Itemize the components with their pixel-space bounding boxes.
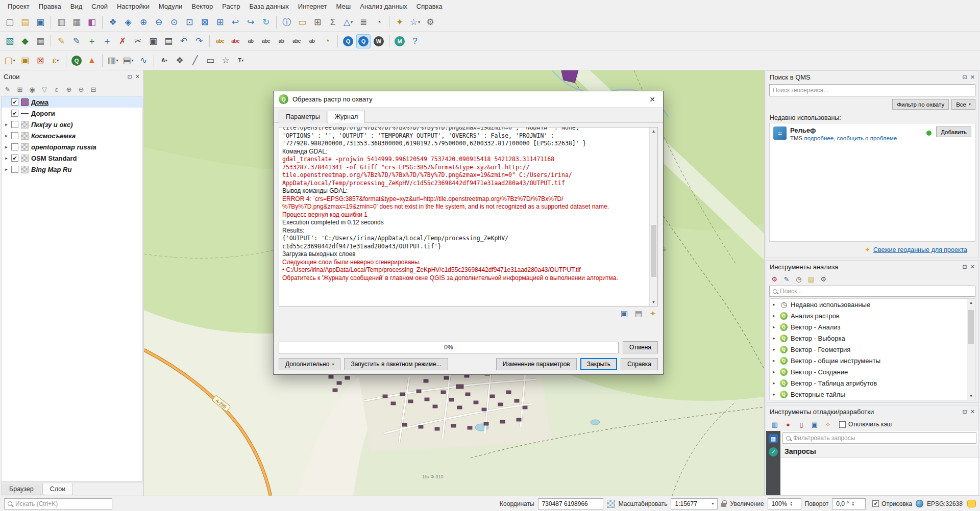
scroll-up-icon[interactable]: ▲ [967,299,975,306]
network-tab-icon[interactable]: ▦ [769,434,778,443]
delete-selected-icon[interactable]: ✗ [115,34,130,48]
render-checkbox[interactable]: ✔ Отрисовка [872,500,912,507]
query-filter-input[interactable] [793,435,973,442]
results-viewer-icon[interactable]: ▤ [806,274,816,284]
spin-arrows-icon[interactable]: ▲▼ [790,501,793,506]
filter-by-extent-button[interactable]: Фильтр по охвату [892,99,949,110]
zoom-next-icon[interactable]: ↪ [243,15,258,30]
toggle-editing-icon[interactable]: ✎ [54,34,68,48]
panel-float-icon[interactable]: ⊡ [128,73,132,80]
scrollbar-thumb[interactable] [651,225,656,277]
expand-caret-icon[interactable]: ▸ [773,336,777,341]
layer-row[interactable]: ▸✔OSM Standard [2,152,142,164]
dialog-close-icon[interactable]: ✕ [642,91,663,108]
disable-cache-checkbox[interactable]: Отключить кэш [839,421,892,428]
filter-legend-icon[interactable]: ▽ [39,84,50,95]
expand-caret-icon[interactable]: ▸ [773,392,777,397]
zoom-to-layer-icon[interactable]: ⊞ [213,15,227,30]
panels-icon[interactable]: ▥ [770,419,780,429]
select-features-icon[interactable]: ▭ [295,15,309,30]
expand-caret-icon[interactable]: ▸ [773,380,777,386]
coordinates-input[interactable]: 730487 6198966 [538,498,603,509]
statistics-icon[interactable]: ≣ [356,15,371,30]
menu-item[interactable]: Модули [154,1,187,12]
expand-all-icon[interactable]: ⊕ [63,84,75,95]
style-manager-icon[interactable]: ◧ [85,15,99,30]
layer-row[interactable]: ▸opentopomap russia [2,141,142,152]
scroll-up-icon[interactable]: ▲ [650,127,657,135]
qms-search-box[interactable] [769,84,975,96]
menu-item[interactable]: Настройки [112,1,154,12]
add-group-icon[interactable]: ⊞ [14,84,26,95]
scrollbar-track[interactable] [650,135,657,298]
cancel-button[interactable]: Отмена [623,341,658,353]
panel-close-icon[interactable]: ✕ [970,264,975,270]
measure-icon[interactable]: △▾ [341,15,355,30]
rotation-spinbox[interactable]: 0,0 °▲▼ [832,498,866,509]
options-icon[interactable]: ⚙ [818,274,828,284]
query-tab-icon[interactable]: ✓ [769,447,778,456]
label-move-icon[interactable]: ab [274,34,288,48]
layer-row[interactable]: ✔Дороги [2,108,142,119]
zoom-to-selection-icon[interactable]: ⊠ [198,15,212,30]
save-log-icon[interactable]: ▣ [619,309,629,319]
lock-scale-icon[interactable] [721,503,726,507]
refresh-map-icon[interactable]: ↻ [259,15,273,30]
raster-histogram-stretch-icon[interactable]: ▥▾ [106,54,120,68]
scrollbar-thumb[interactable] [968,310,974,344]
spin-arrows-icon[interactable]: ▲▼ [851,501,854,506]
pan-to-selection-icon[interactable]: ◈ [121,15,135,30]
field-calculator-icon[interactable]: Σ [326,15,340,30]
add-vector-layer-icon[interactable]: ◆ [18,34,32,48]
qms-geosearch-icon[interactable]: Q [341,34,355,48]
zoom-full-icon[interactable]: ⊡ [182,15,197,30]
layout-manager-icon[interactable]: ▦ [69,15,84,30]
diagram-options-icon[interactable]: ◔ [320,34,334,48]
label-rotate-icon[interactable]: abc [289,34,304,48]
locator-search[interactable] [4,498,112,509]
panel-float-icon[interactable]: ⊡ [963,408,967,415]
new-bookmark-icon[interactable]: ☆▾ [408,15,422,30]
expand-caret-icon[interactable]: ▸ [4,144,9,149]
tab-browser[interactable]: Браузер [2,483,41,495]
identify-features-icon[interactable]: ⓘ [280,15,294,30]
menu-item[interactable]: Растр [217,1,244,12]
trash-icon[interactable]: ▯ [796,419,806,429]
label-pin-icon[interactable]: ab [243,34,258,48]
project-open-icon[interactable]: ▤ [18,15,32,30]
quickosm-icon[interactable]: Q [69,54,84,68]
vertex-tool-icon[interactable]: ＋ [100,34,114,48]
zoom-native-icon[interactable]: ⊙ [167,15,181,30]
annotation-toolbar-icon[interactable]: A▾ [157,54,172,68]
dialog-titlebar[interactable]: Обрезать растр по охвату ✕ [274,91,663,108]
metasearch-icon[interactable]: M [393,34,407,48]
layer-checkbox[interactable] [11,143,18,150]
add-service-button[interactable]: Добавить [936,126,971,137]
scrollbar-track[interactable] [967,306,975,392]
menu-item[interactable]: Анализ данных [355,1,412,12]
expand-caret-icon[interactable]: ▸ [773,302,777,307]
layer-row[interactable]: ✔Дома [2,96,142,108]
messages-icon[interactable] [967,500,976,507]
select-by-value-icon[interactable]: ▣ [18,54,32,68]
clean-icon[interactable]: ✧ [823,419,833,429]
query-filter-box[interactable] [782,432,976,444]
extents-icon[interactable] [607,500,615,508]
menu-item[interactable]: Проект [3,1,34,12]
project-save-icon[interactable]: ▣ [33,15,47,30]
save-edits-icon[interactable]: ✎ [69,34,84,48]
new-print-layout-icon[interactable]: ▥ [54,15,68,30]
record-icon[interactable]: ● [783,419,793,429]
help-icon[interactable]: ? [408,34,422,48]
zoom-in-icon[interactable]: ⊕ [136,15,151,30]
expand-caret-icon[interactable]: ▸ [773,369,777,374]
menu-item[interactable]: Вектор [187,1,217,12]
magnifier-spinbox[interactable]: 100%▲▼ [768,498,801,509]
panel-close-icon[interactable]: ✕ [135,73,140,80]
save-report-icon[interactable]: ▣ [810,419,820,429]
layer-labeling-single-icon[interactable]: abc [228,34,242,48]
scripts-icon[interactable]: ✎ [781,274,792,284]
paste-features-icon[interactable]: ▤ [161,34,176,48]
toolbox-item[interactable]: ▸QВектор - Геометрия [770,344,967,355]
toolbox-search-input[interactable] [780,288,972,295]
